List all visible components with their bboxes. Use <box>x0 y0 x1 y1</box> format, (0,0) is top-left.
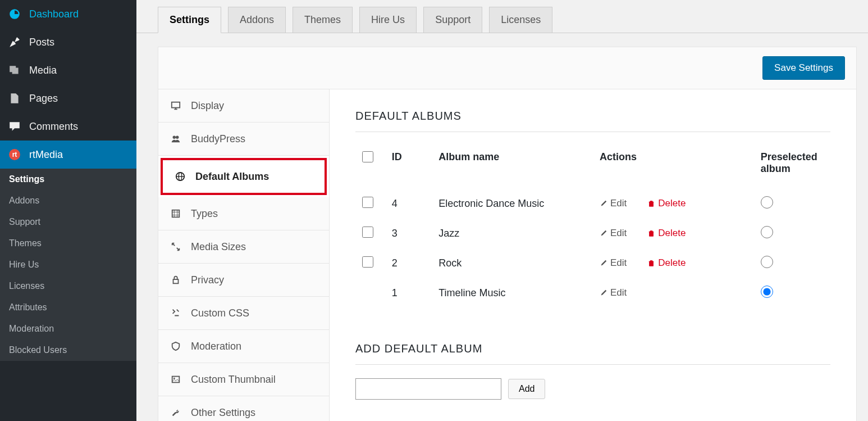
delete-action[interactable]: Delete <box>647 257 686 269</box>
header-actions: Actions <box>594 147 754 188</box>
row-checkbox[interactable] <box>362 227 373 238</box>
nav-dashboard[interactable]: Dashboard <box>0 0 136 28</box>
album-name-input[interactable] <box>355 378 501 400</box>
svg-point-4 <box>176 136 179 139</box>
image-icon <box>170 373 182 386</box>
group-icon <box>170 133 182 145</box>
submenu-hireus[interactable]: Hire Us <box>0 254 136 275</box>
nav-comments[interactable]: Comments <box>0 112 136 141</box>
row-id: 4 <box>386 189 432 218</box>
content-panel: DEFAULT ALBUMS ID Album name Actions Pre… <box>330 89 856 421</box>
vtab-label: BuddyPress <box>191 133 245 145</box>
vtab-label: Other Settings <box>191 407 255 419</box>
save-settings-button[interactable]: Save Settings <box>762 56 845 80</box>
albums-table: ID Album name Actions Preselected album … <box>355 146 830 309</box>
row-checkbox[interactable] <box>362 256 373 268</box>
css-icon <box>170 307 182 319</box>
vtab-label: Default Albums <box>195 171 269 183</box>
preselect-radio[interactable] <box>761 196 773 209</box>
wrench-icon <box>170 406 182 419</box>
header-name: Album name <box>433 147 593 188</box>
row-id: 3 <box>386 219 432 248</box>
tab-hireus[interactable]: Hire Us <box>359 7 417 33</box>
tab-licenses[interactable]: Licenses <box>489 7 552 33</box>
submenu-addons[interactable]: Addons <box>0 190 136 211</box>
lock-icon <box>170 274 182 286</box>
delete-action[interactable]: Delete <box>647 228 686 239</box>
main-content: Settings Addons Themes Hire Us Support L… <box>136 0 868 421</box>
preselect-radio[interactable] <box>761 286 773 298</box>
table-row: 3 Jazz Edit Delete <box>357 219 829 248</box>
dashboard-icon <box>8 7 21 21</box>
tab-themes[interactable]: Themes <box>293 7 353 33</box>
preselect-radio[interactable] <box>761 226 773 238</box>
shield-icon <box>170 340 182 352</box>
nav-label: Comments <box>29 121 78 133</box>
vtab-label: Types <box>191 208 218 220</box>
tab-settings[interactable]: Settings <box>158 7 221 33</box>
edit-action[interactable]: Edit <box>600 198 627 209</box>
vtab-label: Custom CSS <box>191 307 249 319</box>
table-row: 4 Electronic Dance Music Edit Delete <box>357 189 829 218</box>
select-all-checkbox[interactable] <box>362 151 373 162</box>
nav-label: Posts <box>29 37 54 48</box>
vtab-other-settings[interactable]: Other Settings <box>158 396 329 421</box>
edit-action[interactable]: Edit <box>600 287 627 298</box>
submenu-licenses[interactable]: Licenses <box>0 275 136 297</box>
vertical-tabs: Display BuddyPress Default Albums Types <box>158 89 330 421</box>
nav-media[interactable]: Media <box>0 56 136 84</box>
tab-addons[interactable]: Addons <box>228 7 286 33</box>
add-button[interactable]: Add <box>508 379 545 399</box>
vtab-display[interactable]: Display <box>158 89 329 123</box>
media-icon <box>8 64 21 77</box>
vtab-default-albums[interactable]: Default Albums <box>161 158 327 195</box>
add-section: ADD DEFAULT ALBUM Add <box>355 342 830 400</box>
add-form: Add <box>355 378 830 400</box>
nav-pages[interactable]: Pages <box>0 84 136 112</box>
nav-rtmedia[interactable]: rt rtMedia <box>0 141 136 169</box>
settings-body: Display BuddyPress Default Albums Types <box>158 89 856 421</box>
section-title-default-albums: DEFAULT ALBUMS <box>355 110 830 132</box>
submenu-settings[interactable]: Settings <box>0 169 136 190</box>
vtab-buddypress[interactable]: BuddyPress <box>158 123 329 156</box>
pencil-icon <box>600 259 607 267</box>
svg-point-10 <box>173 378 175 379</box>
table-row: 2 Rock Edit Delete <box>357 249 829 278</box>
nav-posts[interactable]: Posts <box>0 28 136 56</box>
submenu-moderation[interactable]: Moderation <box>0 318 136 339</box>
vtab-label: Privacy <box>191 274 224 286</box>
vtab-privacy[interactable]: Privacy <box>158 264 329 297</box>
pages-icon <box>8 92 21 105</box>
tab-support[interactable]: Support <box>423 7 482 33</box>
svg-text:rt: rt <box>12 151 17 159</box>
trash-icon <box>647 259 655 267</box>
vtab-custom-css[interactable]: Custom CSS <box>158 297 329 330</box>
vtab-media-sizes[interactable]: Media Sizes <box>158 230 329 264</box>
header-id: ID <box>386 147 432 188</box>
delete-action[interactable]: Delete <box>647 198 686 209</box>
pencil-icon <box>600 289 607 297</box>
row-id: 1 <box>386 279 432 307</box>
film-icon <box>170 207 182 220</box>
save-bar: Save Settings <box>158 47 856 89</box>
submenu-attributes[interactable]: Attributes <box>0 297 136 318</box>
submenu: Settings Addons Support Themes Hire Us L… <box>0 169 136 361</box>
vtab-moderation[interactable]: Moderation <box>158 330 329 363</box>
table-row: 1 Timeline Music Edit <box>357 279 829 307</box>
row-checkbox[interactable] <box>362 197 373 208</box>
row-id: 2 <box>386 249 432 278</box>
nav-label: Pages <box>29 93 58 105</box>
preselect-radio[interactable] <box>761 256 773 268</box>
vtab-custom-thumbnail[interactable]: Custom Thumbnail <box>158 363 329 396</box>
submenu-blocked[interactable]: Blocked Users <box>0 339 136 361</box>
header-preselect: Preselected album <box>755 147 829 188</box>
admin-sidebar: Dashboard Posts Media Pages Comments rt … <box>0 0 136 421</box>
nav-label: rtMedia <box>29 149 63 161</box>
edit-action[interactable]: Edit <box>600 257 627 269</box>
resize-icon <box>170 241 182 253</box>
edit-action[interactable]: Edit <box>600 228 627 239</box>
vtab-types[interactable]: Types <box>158 197 329 230</box>
submenu-themes[interactable]: Themes <box>0 233 136 254</box>
submenu-support[interactable]: Support <box>0 211 136 233</box>
comment-icon <box>8 120 21 133</box>
